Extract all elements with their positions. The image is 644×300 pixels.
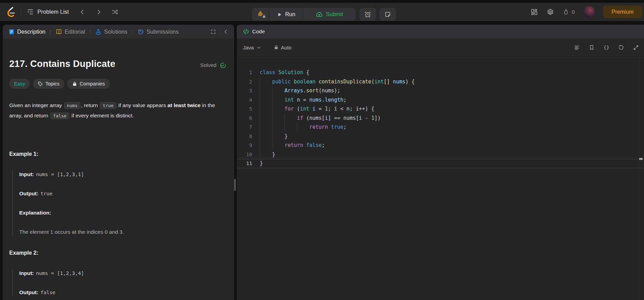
problem-list-button[interactable]: Problem List (27, 8, 69, 15)
bookmark-button[interactable] (589, 45, 595, 50)
indent-guide (297, 123, 297, 132)
badge-label: Easy (14, 81, 25, 86)
format-lines-button[interactable] (574, 45, 580, 50)
indent-guide (260, 150, 260, 159)
tab-label: Description (17, 28, 46, 35)
example-row-value: true (40, 191, 52, 196)
indent-guide (272, 104, 272, 114)
editor-toolbar: Java Auto (237, 38, 644, 56)
code-line-4[interactable]: 4 int n = nums.length; (237, 95, 644, 105)
expand-button[interactable] (633, 45, 639, 50)
user-avatar[interactable] (583, 6, 595, 18)
code-line-7[interactable]: 7 return true; (237, 123, 644, 132)
code-line-text: return false; (260, 141, 325, 150)
code-line-3[interactable]: 3 Arrays.sort(nums); (237, 86, 644, 95)
leetcode-logo-icon[interactable] (6, 7, 15, 17)
code-line-8[interactable]: 8 } (237, 132, 644, 141)
fullscreen-button[interactable] (210, 29, 216, 35)
example-row: The element 1 occurs at the indices 0 an… (19, 228, 226, 236)
navbar-center: Run Submit (252, 8, 396, 21)
tab-solutions[interactable]: Solutions (95, 28, 127, 35)
code-line-text: class Solution { (260, 68, 309, 77)
problem-panel: Description|Editorial|Solutions|Submissi… (3, 25, 234, 300)
description-text: if any value appears (117, 102, 167, 108)
tab-submissions[interactable]: Submissions (138, 28, 179, 35)
check-circle-icon (220, 62, 226, 69)
tab-description[interactable]: Description (8, 28, 46, 35)
panel-resize-handle[interactable] (234, 179, 236, 191)
submit-button[interactable]: Submit (303, 8, 355, 21)
inline-code: true (100, 102, 116, 109)
cloud-upload-icon (316, 11, 323, 18)
tab-divider: | (50, 29, 51, 34)
shuffle-button[interactable] (112, 9, 118, 15)
indent-guide (260, 95, 260, 105)
indent-guide (272, 86, 272, 95)
example-row-label: Explanation: (19, 210, 51, 216)
premium-button[interactable]: Premium (603, 5, 642, 18)
tab-divider: | (132, 29, 133, 34)
braces-button[interactable] (604, 45, 609, 50)
note-icon (384, 11, 391, 18)
editor-tab-bar: Code (237, 25, 644, 38)
overview-cursor-mark (639, 158, 643, 160)
example-1-block: Input:nums = [1,2,3,1]Output:trueExplana… (12, 170, 226, 236)
streak-counter[interactable]: 0 (563, 9, 575, 15)
indent-guide (260, 104, 260, 114)
settings-gear-button[interactable] (547, 8, 554, 16)
editorial-icon (56, 28, 62, 35)
submissions-icon (138, 28, 144, 35)
code-line-5[interactable]: 5 for (int i = 1; i < n; i++) { (237, 104, 644, 114)
code-line-1[interactable]: 1class Solution { (237, 68, 644, 77)
reset-button[interactable] (618, 45, 624, 50)
notes-button[interactable] (379, 8, 396, 21)
tab-bar-actions (210, 29, 229, 35)
indent-guide (260, 123, 260, 132)
debug-button[interactable] (252, 8, 269, 21)
line-number: 3 (237, 86, 252, 95)
example-2-heading: Example 2: (9, 250, 226, 256)
example-row-value: false (40, 290, 56, 295)
language-selector[interactable]: Java (243, 45, 261, 50)
easy-badge[interactable]: Easy (9, 79, 30, 89)
badge-row: EasyTopicsCompanies (9, 79, 226, 89)
line-number: 11 (237, 159, 252, 168)
badge-label: Companies (80, 81, 105, 86)
grid-layout-button[interactable] (530, 8, 538, 16)
code-line-9[interactable]: 9 return false; (237, 141, 644, 150)
indent-guide (272, 123, 272, 132)
example-row-value: nums = [1,2,3,1] (36, 172, 84, 177)
companies-badge[interactable]: Companies (67, 79, 109, 89)
flame-icon (563, 9, 569, 15)
lock-icon (72, 81, 77, 86)
code-line-6[interactable]: 6 if (nums[i] == nums[i - 1]) (237, 114, 644, 123)
timer-button[interactable] (360, 8, 376, 21)
autocomplete-toggle[interactable]: Auto (274, 45, 292, 50)
line-number: 4 (237, 95, 252, 105)
divider (21, 8, 21, 16)
example-explanation-text: The element 1 occurs at the indices 0 an… (19, 229, 124, 235)
solutions-icon (95, 28, 102, 35)
indent-guide (260, 77, 260, 86)
indent-guide (284, 123, 285, 132)
problem-description: Given an integer array nums, return true… (9, 100, 229, 121)
editor-actions (574, 38, 639, 56)
code-line-11[interactable]: 11} (237, 159, 644, 168)
chevron-down-icon (256, 45, 261, 50)
description-icon (8, 28, 15, 35)
next-question-button[interactable] (96, 9, 102, 15)
description-text: Given an integer array (9, 102, 63, 108)
code-line-10[interactable]: 10 } (237, 150, 644, 159)
example-row-value: nums = [1,2,3,4] (36, 270, 84, 276)
topics-badge[interactable]: Topics (33, 79, 64, 89)
tab-editorial[interactable]: Editorial (56, 28, 85, 35)
description-bold-text: at least twice (167, 102, 201, 108)
code-line-2[interactable]: 2 public boolean containsDuplicate(int[]… (237, 77, 644, 86)
auto-mode-label: Auto (281, 45, 292, 50)
code-editor[interactable]: 1class Solution {2 public boolean contai… (237, 56, 644, 300)
code-tab[interactable]: Code (252, 28, 265, 35)
navbar-right: 0 Premium (530, 3, 642, 21)
run-button[interactable]: Run (270, 8, 303, 21)
prev-question-button[interactable] (79, 9, 85, 15)
collapse-panel-button[interactable] (223, 29, 229, 35)
